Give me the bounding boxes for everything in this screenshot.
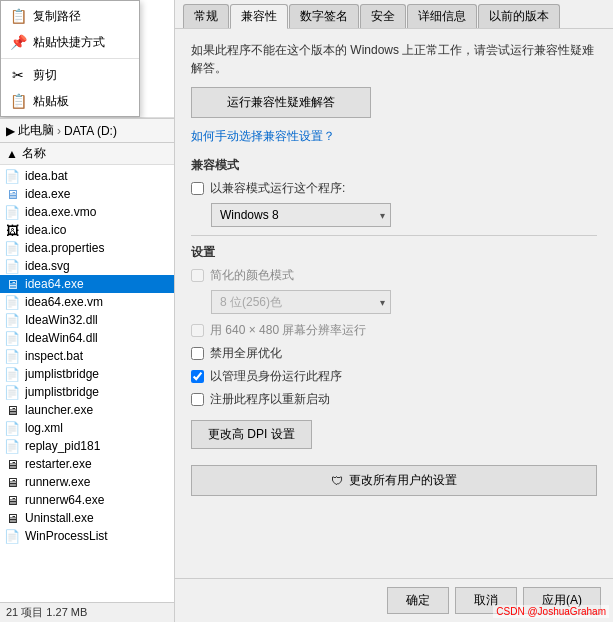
file-name-idea-exe: idea.exe <box>25 187 70 201</box>
file-name-ideawin64: IdeaWin64.dll <box>25 331 98 345</box>
tab-digital-sig-label: 数字签名 <box>300 10 348 22</box>
file-item-uninstall[interactable]: 🖥 Uninstall.exe <box>0 509 174 527</box>
file-icon-uninstall: 🖥 <box>4 510 20 526</box>
resolution-label: 用 640 × 480 屏幕分辨率运行 <box>210 322 366 339</box>
file-item-idea-exe-vmo[interactable]: 📄 idea.exe.vmo <box>0 203 174 221</box>
file-item-idea64-vm[interactable]: 📄 idea64.exe.vm <box>0 293 174 311</box>
file-item-restarter[interactable]: 🖥 restarter.exe <box>0 455 174 473</box>
compat-dropdown[interactable]: Windows 8 Windows 7 Windows Vista Window… <box>211 203 391 227</box>
left-panel: 📋 复制路径 📌 粘贴快捷方式 ✂ 剪切 📋 粘贴板 ▶ 此电脑 › DATA … <box>0 0 175 622</box>
compat-mode-checkbox-label: 以兼容模式运行这个程序: <box>210 180 345 197</box>
right-panel: 常规 兼容性 数字签名 安全 详细信息 以前的版本 如果此程序不能在这个版本的 … <box>175 0 613 622</box>
dialog-content: 如果此程序不能在这个版本的 Windows 上正常工作，请尝试运行兼容性疑难解答… <box>175 29 613 578</box>
file-icon-idea64vm: 📄 <box>4 294 20 310</box>
file-item-ideawin64[interactable]: 📄 IdeaWin64.dll <box>0 329 174 347</box>
all-users-label: 更改所有用户的设置 <box>349 472 457 489</box>
resolution-row: 用 640 × 480 屏幕分辨率运行 <box>191 322 597 339</box>
file-icon-replay: 📄 <box>4 438 20 454</box>
compat-dropdown-wrapper: Windows 8 Windows 7 Windows Vista Window… <box>211 203 391 227</box>
settings-section: 设置 简化的颜色模式 8 位(256)色 16 位色 用 640 × 480 屏… <box>191 244 597 455</box>
cancel-button[interactable]: 取消 <box>455 587 517 614</box>
all-users-button[interactable]: 🛡 更改所有用户的设置 <box>191 465 597 496</box>
file-icon-winprocess: 📄 <box>4 528 20 544</box>
color-mode-checkbox[interactable] <box>191 269 204 282</box>
tab-general-label: 常规 <box>194 10 218 22</box>
color-depth-dropdown[interactable]: 8 位(256)色 16 位色 <box>211 290 391 314</box>
manual-compat-link[interactable]: 如何手动选择兼容性设置？ <box>191 128 597 145</box>
file-icon-bat: 📄 <box>4 168 20 184</box>
file-item-runnerw64[interactable]: 🖥 runnerw64.exe <box>0 491 174 509</box>
tab-bar: 常规 兼容性 数字签名 安全 详细信息 以前的版本 <box>175 0 613 29</box>
sort-icon: ▲ <box>6 147 18 161</box>
tab-compatibility-label: 兼容性 <box>241 10 277 22</box>
tab-previous-versions[interactable]: 以前的版本 <box>478 4 560 28</box>
register-restart-checkbox[interactable] <box>191 393 204 406</box>
file-name-runnerw64: runnerw64.exe <box>25 493 104 507</box>
breadcrumb-computer[interactable]: ▶ <box>6 124 15 138</box>
file-item-idea-prop[interactable]: 📄 idea.properties <box>0 239 174 257</box>
tab-digital-sig[interactable]: 数字签名 <box>289 4 359 28</box>
file-item-replay[interactable]: 📄 replay_pid181 <box>0 437 174 455</box>
file-name-jlb1: jumplistbridge <box>25 367 99 381</box>
apply-button[interactable]: 应用(A) <box>523 587 601 614</box>
color-mode-label: 简化的颜色模式 <box>210 267 294 284</box>
breadcrumb-arrow: › <box>57 124 61 138</box>
file-item-idea64-exe[interactable]: 🖥 idea64.exe <box>0 275 174 293</box>
cut-label: 剪切 <box>33 67 57 84</box>
file-name-inspect-bat: inspect.bat <box>25 349 83 363</box>
cut-icon: ✂ <box>9 66 27 84</box>
file-item-inspect-bat[interactable]: 📄 inspect.bat <box>0 347 174 365</box>
file-item-idea-exe[interactable]: 🖥 idea.exe <box>0 185 174 203</box>
admin-checkbox[interactable] <box>191 370 204 383</box>
tab-security[interactable]: 安全 <box>360 4 406 28</box>
file-item-idea-ico[interactable]: 🖼 idea.ico <box>0 221 174 239</box>
file-item-jumplistbridge1[interactable]: 📄 jumplistbridge <box>0 365 174 383</box>
file-icon-ideawin64: 📄 <box>4 330 20 346</box>
paste-shortcut-item[interactable]: 📌 粘贴快捷方式 <box>1 29 139 55</box>
register-restart-row: 注册此程序以重新启动 <box>191 391 597 408</box>
color-mode-row: 简化的颜色模式 <box>191 267 597 284</box>
file-item-ideawin32[interactable]: 📄 IdeaWin32.dll <box>0 311 174 329</box>
run-compat-button[interactable]: 运行兼容性疑难解答 <box>191 87 371 118</box>
clipboard-item[interactable]: 📋 粘贴板 <box>1 88 139 114</box>
compat-dropdown-row: Windows 8 Windows 7 Windows Vista Window… <box>211 203 597 227</box>
copy-path-item[interactable]: 📋 复制路径 <box>1 3 139 29</box>
clipboard-label: 粘贴板 <box>33 93 69 110</box>
info-text: 如果此程序不能在这个版本的 Windows 上正常工作，请尝试运行兼容性疑难解答… <box>191 41 597 77</box>
compat-mode-checkbox[interactable] <box>191 182 204 195</box>
status-bar: 21 项目 1.27 MB <box>0 602 174 622</box>
file-item-jumplistbridge2[interactable]: 📄 jumplistbridge <box>0 383 174 401</box>
file-icon-inspect: 📄 <box>4 348 20 364</box>
file-icon-ideaexe: 🖥 <box>4 186 20 202</box>
color-dropdown-wrapper: 8 位(256)色 16 位色 <box>211 290 391 314</box>
tab-security-label: 安全 <box>371 10 395 22</box>
file-icon-restarter: 🖥 <box>4 456 20 472</box>
confirm-button[interactable]: 确定 <box>387 587 449 614</box>
tab-details[interactable]: 详细信息 <box>407 4 477 28</box>
file-item-runnerw[interactable]: 🖥 runnerw.exe <box>0 473 174 491</box>
cut-item[interactable]: ✂ 剪切 <box>1 62 139 88</box>
breadcrumb-label-drive[interactable]: DATA (D:) <box>64 124 117 138</box>
file-item-idea-bat[interactable]: 📄 idea.bat <box>0 167 174 185</box>
file-item-idea-svg[interactable]: 📄 idea.svg <box>0 257 174 275</box>
breadcrumb-label-pc[interactable]: 此电脑 <box>18 122 54 139</box>
tab-previous-versions-label: 以前的版本 <box>489 10 549 22</box>
file-name-launcher: launcher.exe <box>25 403 93 417</box>
clipboard-icon: 📋 <box>9 92 27 110</box>
paste-shortcut-label: 粘贴快捷方式 <box>33 34 105 51</box>
dpi-button[interactable]: 更改高 DPI 设置 <box>191 420 312 449</box>
file-item-launcher[interactable]: 🖥 launcher.exe <box>0 401 174 419</box>
tab-general[interactable]: 常规 <box>183 4 229 28</box>
file-name-idea-bat: idea.bat <box>25 169 68 183</box>
file-item-winprocess[interactable]: 📄 WinProcessList <box>0 527 174 545</box>
file-icon-idea64: 🖥 <box>4 276 20 292</box>
admin-label: 以管理员身份运行此程序 <box>210 368 342 385</box>
file-name-idea-svg: idea.svg <box>25 259 70 273</box>
tab-compatibility[interactable]: 兼容性 <box>230 4 288 29</box>
file-name-idea64-exe: idea64.exe <box>25 277 84 291</box>
register-restart-label: 注册此程序以重新启动 <box>210 391 330 408</box>
resolution-checkbox[interactable] <box>191 324 204 337</box>
fullscreen-checkbox[interactable] <box>191 347 204 360</box>
file-name-jlb2: jumplistbridge <box>25 385 99 399</box>
file-item-log[interactable]: 📄 log.xml <box>0 419 174 437</box>
